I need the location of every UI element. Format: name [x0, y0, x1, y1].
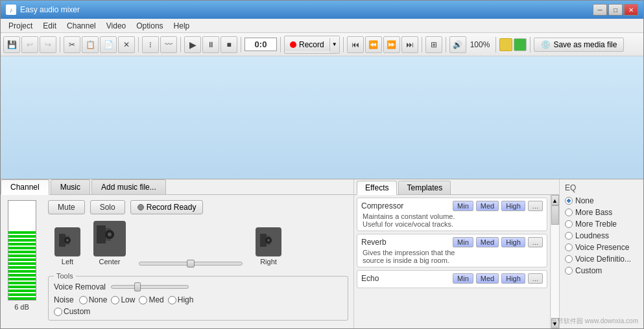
toolbar: 💾 ↩ ↪ ✂ 📋 📄 ✕ ⫶ 〰 ▶ ⏸ ■ 0:0 Re [1, 33, 643, 56]
tab-add-music[interactable]: Add music file... [91, 179, 166, 194]
speaker-center-label: Center [99, 258, 120, 266]
noise-high-radio[interactable] [168, 296, 176, 304]
noise-low-radio[interactable] [111, 296, 119, 304]
pan-slider[interactable] [139, 262, 243, 266]
record-ready-button[interactable]: Record Ready [130, 200, 204, 214]
toolbar-separator-7 [422, 37, 422, 52]
noise-high[interactable]: High [168, 295, 194, 304]
eq-voice-presence-radio[interactable] [565, 244, 573, 251]
skip-start-button[interactable]: ⏮ [347, 36, 364, 53]
toolbar-separator-4 [241, 37, 241, 52]
noise-med[interactable]: Med [139, 295, 163, 304]
menu-video[interactable]: Video [101, 20, 131, 32]
compressor-more-button[interactable]: ... [528, 201, 543, 211]
effect-echo-name: Echo [361, 274, 450, 283]
pause-button[interactable]: ⏸ [202, 36, 219, 53]
eq-custom[interactable]: Custom [565, 266, 638, 275]
menu-edit[interactable]: Edit [38, 20, 62, 32]
compressor-high-button[interactable]: High [501, 201, 525, 211]
noise-med-radio[interactable] [139, 296, 147, 304]
eq-more-bass-radio[interactable] [565, 209, 573, 216]
color-btn-1[interactable] [499, 38, 512, 51]
prev-button[interactable]: ⏪ [365, 36, 382, 53]
noise-custom-radio[interactable] [54, 308, 62, 316]
record-button[interactable]: Record [285, 38, 330, 51]
effect-reverb-header: Reverb Min Med High ... [361, 237, 543, 247]
menu-help[interactable]: Help [169, 20, 195, 32]
svg-point-7 [108, 233, 112, 236]
speaker-right-icon [256, 227, 281, 256]
speakers-area: Mute Solo Record Ready [43, 195, 353, 328]
delete-button[interactable]: ✕ [118, 36, 135, 53]
voice-removal-thumb [134, 282, 141, 291]
eq-voice-definition[interactable]: Voice Definitio... [565, 255, 638, 264]
minimize-button[interactable]: ─ [593, 4, 607, 16]
noise-options: None Low Med [79, 295, 194, 304]
timeline-button[interactable]: ⊞ [425, 36, 442, 53]
waveform-area [1, 56, 643, 179]
eq-none[interactable]: None [565, 196, 638, 205]
eq-loudness[interactable]: Loudness [565, 231, 638, 240]
speaker-center-icon [93, 221, 126, 256]
scrollbar-thumb[interactable] [551, 205, 559, 225]
record-dropdown-button[interactable]: ▼ [330, 36, 339, 53]
eq-voice-presence-label: Voice Presence [575, 243, 629, 252]
eq-none-radio[interactable] [565, 197, 573, 205]
svg-point-3 [66, 239, 69, 242]
tab-effects[interactable]: Effects [357, 181, 397, 195]
save-media-button[interactable]: 💿 Save as media file [534, 38, 624, 52]
eq-custom-radio[interactable] [565, 267, 573, 275]
reverb-high-button[interactable]: High [501, 237, 525, 247]
menu-options[interactable]: Options [131, 20, 168, 32]
noise-none-radio[interactable] [79, 296, 88, 304]
eq-more-treble[interactable]: More Treble [565, 220, 638, 229]
reverb-min-button[interactable]: Min [453, 237, 473, 247]
echo-med-button[interactable]: Med [476, 273, 499, 284]
eq-more-treble-radio[interactable] [565, 220, 573, 228]
voice-removal-slider[interactable] [111, 285, 189, 289]
color-btn-2[interactable] [514, 38, 527, 51]
eq-voice-presence[interactable]: Voice Presence [565, 243, 638, 252]
eq-loudness-label: Loudness [575, 231, 609, 240]
close-button[interactable]: ✕ [624, 4, 638, 16]
play-button[interactable]: ▶ [184, 36, 201, 53]
echo-more-button[interactable]: ... [528, 273, 543, 284]
noise-low[interactable]: Low [111, 295, 135, 304]
effects-scrollbar[interactable]: ▲ ▼ [550, 195, 559, 328]
next-button[interactable]: ⏩ [383, 36, 400, 53]
reverb-more-button[interactable]: ... [528, 237, 543, 247]
save-button[interactable]: 💾 [3, 36, 20, 53]
noise-none[interactable]: None [79, 295, 108, 304]
echo-high-button[interactable]: High [501, 273, 525, 284]
scrollbar-up-button[interactable]: ▲ [551, 195, 559, 205]
echo-min-button[interactable]: Min [453, 273, 473, 284]
tab-templates[interactable]: Templates [398, 181, 451, 194]
skip-end-button[interactable]: ⏭ [401, 36, 418, 53]
waveform-button[interactable]: 〰 [160, 36, 177, 53]
noise-custom-row: Custom [54, 307, 342, 316]
redo-button[interactable]: ↪ [40, 36, 56, 53]
copy-button[interactable]: 📋 [82, 36, 99, 53]
split-button[interactable]: ⫶ [142, 36, 159, 53]
maximize-button[interactable]: □ [608, 4, 623, 16]
effect-reverb-name: Reverb [361, 238, 450, 247]
tab-music[interactable]: Music [51, 179, 90, 194]
menu-project[interactable]: Project [3, 20, 38, 32]
noise-custom[interactable]: Custom [54, 307, 342, 316]
stop-button[interactable]: ■ [221, 36, 237, 53]
undo-button[interactable]: ↩ [21, 36, 38, 53]
paste-button[interactable]: 📄 [100, 36, 117, 53]
eq-loudness-radio[interactable] [565, 232, 573, 240]
menu-channel[interactable]: Channel [62, 20, 101, 32]
tab-channel[interactable]: Channel [1, 179, 49, 195]
solo-button[interactable]: Solo [90, 200, 125, 214]
mute-button[interactable]: Mute [48, 200, 85, 214]
cut-button[interactable]: ✂ [64, 36, 80, 53]
bottom-panel: Channel Music Add music file... 6 dB [1, 179, 643, 328]
toolbar-separator-10 [530, 37, 531, 52]
eq-voice-definition-radio[interactable] [565, 255, 573, 263]
reverb-med-button[interactable]: Med [476, 237, 499, 247]
compressor-med-button[interactable]: Med [476, 201, 499, 211]
eq-more-bass[interactable]: More Bass [565, 208, 638, 217]
compressor-min-button[interactable]: Min [453, 201, 473, 211]
